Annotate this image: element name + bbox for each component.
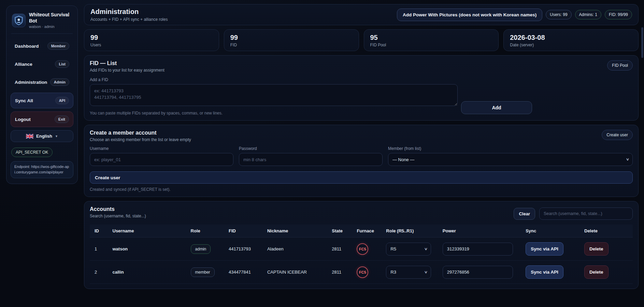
nav-label: Logout [15, 117, 31, 122]
power-input[interactable] [443, 243, 513, 256]
main-content: Administration Accounts + FID + API sync… [84, 4, 639, 289]
accounts-section: Accounts Search (username, fid, state...… [84, 201, 639, 289]
sidebar-divider [11, 33, 73, 34]
username-label: Username [90, 146, 233, 151]
table-row: 2 callin member 434477841 CAPTAIN ICEBEA… [90, 261, 633, 284]
sync-via-api-button[interactable]: Sync via API [526, 242, 563, 256]
stat-label: FID Pool [370, 43, 492, 47]
nav-badge: Exit [55, 116, 69, 123]
cell-fid: 441713793 [224, 237, 262, 261]
col-username: Username [108, 225, 186, 237]
stat-value: 95 [370, 34, 492, 42]
role-badge: admin [191, 244, 211, 254]
cell-state: 2811 [327, 261, 352, 284]
nav-label: Dashboard [15, 44, 39, 49]
api-secret-status-badge: API_SECRET OK [11, 148, 53, 157]
password-field[interactable] [239, 153, 383, 166]
accounts-subtitle: Search (username, fid, state...) [90, 214, 146, 218]
nav-label: Alliance [15, 62, 32, 67]
stat-card-fid: 99 FID [224, 29, 359, 51]
sidebar-item-dashboard[interactable]: Dashboard Member [11, 39, 73, 53]
sidebar-item-administration[interactable]: Administration Admin [11, 75, 73, 90]
col-fid: FID [224, 225, 262, 237]
stat-card-fid-pool: 95 FID Pool [364, 29, 499, 51]
app-user-role: watson · admin [29, 25, 72, 29]
delete-button[interactable]: Delete [584, 265, 609, 279]
language-selector[interactable]: English ▼ [11, 130, 73, 142]
col-id: ID [90, 225, 108, 237]
stat-card-users: 99 Users [84, 29, 219, 51]
users-count-badge: Users: 99 [546, 10, 571, 19]
sync-via-api-button[interactable]: Sync via API [526, 265, 563, 279]
col-delete: Delete [579, 225, 633, 237]
stat-value: 99 [90, 34, 213, 42]
fid-textarea[interactable] [90, 84, 458, 106]
nav-label: Administration [15, 80, 47, 85]
furnace-level-badge: FC5 [357, 243, 368, 255]
page-header: Administration Accounts + FID + API sync… [84, 4, 639, 25]
page-subtitle: Accounts + FID + API sync + alliance rol… [90, 17, 168, 22]
stat-label: Date (server) [510, 43, 632, 47]
stat-label: Users [90, 43, 213, 47]
fid-pool-badge[interactable]: FID Pool [607, 60, 633, 71]
stat-label: FID [230, 43, 353, 47]
fid-list-section: FID — List Add FIDs to your list for eas… [84, 55, 639, 121]
uk-flag-icon [26, 134, 33, 139]
app-logo-icon [12, 14, 26, 27]
col-role: Role [186, 225, 224, 237]
create-member-section: Create a member account Choose an existi… [84, 125, 639, 197]
fid-section-title: FID — List [90, 60, 633, 66]
nav-badge: Admin [50, 78, 69, 86]
col-nickname: Nickname [262, 225, 327, 237]
nav-label: Sync All [15, 98, 33, 103]
sidebar: Whiteout Survival Bot watson · admin Das… [6, 5, 78, 184]
clear-search-button[interactable]: Clear [514, 208, 535, 220]
sidebar-item-sync-all[interactable]: Sync All API [11, 93, 73, 108]
add-power-with-pictures-button[interactable]: Add Power With Pictures (does not work w… [397, 9, 542, 21]
fid-count-badge: FID: 99/99 [605, 10, 632, 19]
create-user-badge[interactable]: Create user [602, 130, 633, 140]
add-fid-button[interactable]: Add [461, 101, 532, 114]
furnace-level-badge: FC5 [357, 266, 368, 278]
nav-badge: API [55, 97, 69, 104]
chevron-down-icon: ▼ [55, 135, 58, 138]
language-label: English [36, 134, 52, 139]
rank-select[interactable]: R5 [386, 243, 431, 256]
rank-select[interactable]: R3 [386, 266, 431, 279]
cell-id: 1 [90, 237, 108, 261]
col-state: State [327, 225, 352, 237]
stat-value: 99 [230, 34, 353, 42]
nav-badge: List [55, 60, 69, 68]
stat-value: 2026-03-08 [510, 34, 632, 42]
sidebar-item-alliance[interactable]: Alliance List [11, 57, 73, 72]
scrollbar[interactable] [641, 27, 643, 58]
accounts-table: ID Username Role FID Nickname State Furn… [90, 225, 633, 284]
password-label: Password [239, 146, 383, 151]
col-power: Power [438, 225, 521, 237]
power-input[interactable] [443, 266, 513, 279]
create-user-button[interactable]: Create user [90, 171, 633, 184]
admins-count-badge: Admins: 1 [575, 10, 601, 19]
delete-button[interactable]: Delete [584, 242, 609, 256]
app-title: Whiteout Survival Bot [29, 12, 72, 24]
endpoint-info: Endpoint: https://wos-giftcode-api.centu… [11, 161, 73, 178]
fid-section-subtitle: Add FIDs to your list for easy assignmen… [90, 68, 633, 73]
accounts-search-input[interactable] [539, 208, 633, 220]
table-row: 1 watson admin 441713793 Aladeen 2811 FC… [90, 237, 633, 261]
app-brand: Whiteout Survival Bot watson · admin [11, 11, 73, 32]
fid-hint: You can paste multiple FIDs separated by… [90, 111, 633, 116]
member-select[interactable]: — None — [388, 153, 633, 166]
nav-badge: Member [47, 42, 69, 50]
cell-id: 2 [90, 261, 108, 284]
cell-state: 2811 [327, 237, 352, 261]
sidebar-item-logout[interactable]: Logout Exit [11, 111, 73, 127]
cell-username: callin [108, 261, 186, 284]
col-furnace: Furnace [352, 225, 381, 237]
username-field[interactable] [90, 153, 233, 166]
cell-fid: 434477841 [224, 261, 262, 284]
cell-nickname: Aladeen [262, 237, 327, 261]
create-section-subtitle: Choose an existing member from the list … [90, 137, 633, 142]
create-section-title: Create a member account [90, 130, 633, 136]
cell-nickname: CAPTAIN ICEBEAR [262, 261, 327, 284]
cell-username: watson [108, 237, 186, 261]
